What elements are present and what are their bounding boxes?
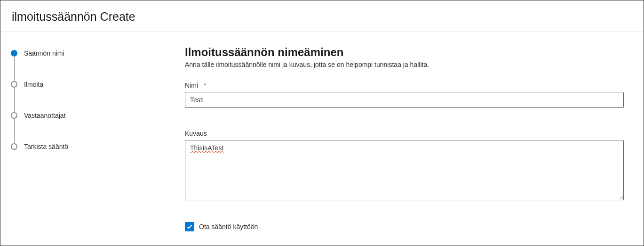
main-content: Ilmoitussäännön nimeäminen Anna tälle il… xyxy=(165,32,644,245)
page-title: ilmoitussäännön Create xyxy=(12,10,632,24)
description-field-group: Kuvaus ThisIsATest xyxy=(185,130,624,200)
section-title: Ilmoitussäännön nimeäminen xyxy=(185,46,624,59)
step-rule-name[interactable]: Säännön nimi xyxy=(11,49,155,57)
enable-rule-row: Ota sääntö käyttöön xyxy=(185,222,624,231)
step-recipients[interactable]: Vastaanottajat xyxy=(11,112,155,119)
step-bullet-icon xyxy=(11,81,17,88)
checkmark-icon xyxy=(186,223,193,230)
name-label-text: Nimi xyxy=(185,82,198,89)
section-subtitle: Anna tälle ilmoitussäännölle nimi ja kuv… xyxy=(185,61,624,68)
step-label: Ilmoita xyxy=(24,81,43,88)
wizard-sidebar: Säännön nimi Ilmoita Vastaanottajat Tark… xyxy=(0,32,165,245)
step-notify[interactable]: Ilmoita xyxy=(11,81,155,88)
step-bullet-icon xyxy=(11,50,17,57)
enable-rule-label[interactable]: Ota sääntö käyttöön xyxy=(199,223,258,230)
description-label: Kuvaus xyxy=(185,130,624,137)
step-list: Säännön nimi Ilmoita Vastaanottajat Tark… xyxy=(11,49,155,150)
step-review[interactable]: Tarkista sääntö xyxy=(11,143,155,150)
enable-rule-checkbox[interactable] xyxy=(185,222,194,231)
step-connector xyxy=(14,119,15,143)
step-connector xyxy=(14,57,15,81)
step-bullet-icon xyxy=(11,112,17,119)
step-bullet-icon xyxy=(11,143,17,150)
step-label: Tarkista sääntö xyxy=(24,143,68,150)
name-label: Nimi * xyxy=(185,82,624,89)
name-input[interactable] xyxy=(185,92,624,108)
step-label: Säännön nimi xyxy=(24,49,64,57)
step-connector xyxy=(14,88,15,112)
description-textarea[interactable]: ThisIsATest xyxy=(185,140,624,200)
name-field-group: Nimi * xyxy=(185,82,624,108)
required-indicator: * xyxy=(204,82,206,89)
step-label: Vastaanottajat xyxy=(24,112,65,119)
page-header: ilmoitussäännön Create xyxy=(0,0,644,32)
